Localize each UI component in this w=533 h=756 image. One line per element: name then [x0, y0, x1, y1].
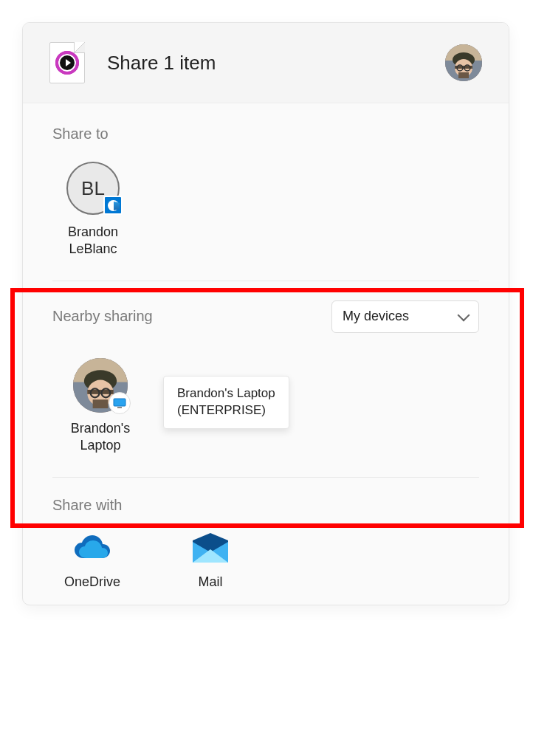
contact-initials-text: BL — [81, 177, 105, 200]
nearby-sharing-heading: Nearby sharing — [52, 308, 153, 325]
mail-icon — [190, 533, 231, 566]
contact-initials: BL — [66, 162, 120, 215]
app-label: Mail — [173, 574, 247, 590]
divider — [52, 281, 479, 281]
contact-label: Brandon LeBlanc — [52, 224, 134, 258]
monitor-icon — [109, 392, 131, 414]
divider — [52, 477, 479, 478]
svg-rect-17 — [117, 407, 122, 408]
svg-rect-13 — [93, 399, 109, 408]
svg-rect-16 — [114, 399, 125, 406]
nearby-header: Nearby sharing My devices — [52, 300, 479, 333]
dropdown-selected-label: My devices — [343, 309, 409, 324]
device-label: Brandon's Laptop — [52, 420, 148, 455]
share-with-heading: Share with — [52, 497, 479, 514]
avatar-icon — [445, 44, 482, 81]
onedrive-icon — [72, 533, 113, 566]
contact-row: BL Brandon LeBlanc — [52, 162, 479, 258]
device-brandons-laptop[interactable]: Brandon's Laptop — [52, 358, 148, 455]
device-tooltip: Brandon's Laptop (ENTERPRISE) — [163, 376, 289, 429]
chevron-down-icon — [458, 309, 470, 321]
dialog-header: Share 1 item — [23, 23, 509, 103]
app-row: OneDrive Mail — [52, 533, 479, 590]
play-icon — [58, 53, 77, 72]
nearby-scope-dropdown[interactable]: My devices — [331, 300, 479, 333]
user-avatar[interactable] — [445, 44, 482, 81]
share-to-heading: Share to — [52, 126, 479, 142]
svg-rect-5 — [458, 72, 469, 78]
app-mail[interactable]: Mail — [173, 533, 247, 590]
app-label: OneDrive — [55, 574, 129, 590]
app-onedrive[interactable]: OneDrive — [55, 533, 129, 590]
outlook-icon — [103, 196, 123, 215]
device-row: Brandon's Laptop Brandon's Laptop (ENTER… — [52, 358, 479, 455]
dialog-body: Share to BL Brandon LeBlanc Nearby shari… — [23, 103, 509, 605]
share-dialog: Share 1 item Share to BL — [22, 22, 509, 605]
contact-brandon-leblanc[interactable]: BL Brandon LeBlanc — [52, 162, 134, 258]
dialog-title: Share 1 item — [107, 52, 445, 75]
file-thumbnail — [49, 42, 85, 83]
